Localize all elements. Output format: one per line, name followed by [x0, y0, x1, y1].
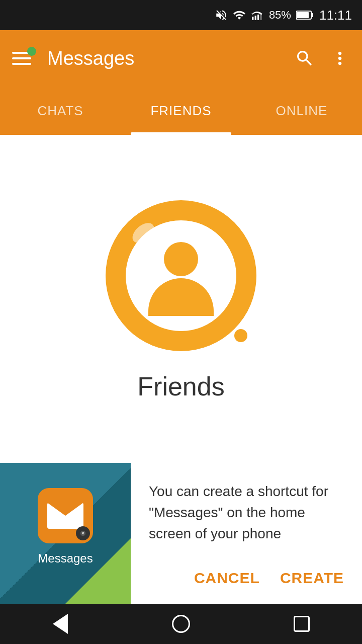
- svg-rect-6: [311, 13, 313, 17]
- menu-button[interactable]: [12, 46, 37, 71]
- app-bar: Messages: [0, 30, 362, 87]
- mute-icon: [215, 9, 228, 22]
- create-button[interactable]: CREATE: [280, 565, 344, 592]
- back-icon: [53, 614, 68, 634]
- app-icon: ×: [38, 488, 93, 543]
- dialog-left-panel: × Messages: [0, 463, 131, 604]
- recents-button[interactable]: [287, 609, 317, 639]
- recents-icon: [294, 616, 310, 632]
- home-icon: [172, 615, 190, 633]
- app-bar-icons: [295, 48, 350, 68]
- dialog-actions: CANCEL CREATE: [149, 565, 344, 592]
- battery-icon: [296, 10, 314, 20]
- home-button[interactable]: [166, 609, 196, 639]
- person-body: [148, 278, 214, 316]
- back-button[interactable]: [45, 609, 75, 639]
- tab-friends[interactable]: FRIENDS: [121, 87, 241, 135]
- battery-percentage: 85%: [269, 9, 291, 22]
- status-time: 11:11: [319, 8, 352, 23]
- envelope-icon: [47, 503, 83, 529]
- main-content: Friends: [0, 135, 362, 447]
- tab-online[interactable]: ONLINE: [241, 87, 362, 135]
- wifi-icon: [233, 9, 246, 22]
- cancel-button[interactable]: CANCEL: [194, 565, 260, 592]
- dialog-message: You can create a shortcut for "Messages"…: [149, 481, 344, 544]
- app-icon-label: Messages: [38, 551, 93, 566]
- svg-rect-3: [260, 14, 261, 20]
- notification-dot: [27, 47, 36, 56]
- svg-text:×: ×: [81, 531, 84, 536]
- status-bar: 85% 11:11: [0, 0, 362, 30]
- search-icon[interactable]: [295, 48, 315, 68]
- app-title: Messages: [47, 48, 295, 69]
- magnifier-handle: [234, 329, 247, 342]
- svg-rect-1: [254, 16, 256, 20]
- svg-rect-0: [252, 17, 253, 20]
- friends-label: Friends: [137, 371, 224, 401]
- svg-rect-2: [257, 15, 259, 20]
- app-icon-badge: ×: [76, 526, 90, 540]
- friends-illustration: [106, 200, 256, 351]
- more-icon[interactable]: [330, 48, 350, 68]
- dialog-right-panel: You can create a shortcut for "Messages"…: [131, 463, 362, 604]
- tabs: CHATS FRIENDS ONLINE: [0, 87, 362, 135]
- signal-icon: [251, 9, 264, 22]
- magnifier-circle: [126, 220, 236, 331]
- outer-circle: [106, 200, 256, 351]
- svg-rect-5: [297, 12, 309, 18]
- dialog-overlay: × Messages You can create a shortcut for…: [0, 463, 362, 604]
- status-icons: 85% 11:11: [215, 8, 352, 23]
- tab-chats[interactable]: CHATS: [0, 87, 121, 135]
- bottom-nav: [0, 604, 362, 644]
- app-icon-wrapper: × Messages: [38, 488, 93, 566]
- person-head: [164, 242, 198, 276]
- person-icon: [141, 235, 221, 316]
